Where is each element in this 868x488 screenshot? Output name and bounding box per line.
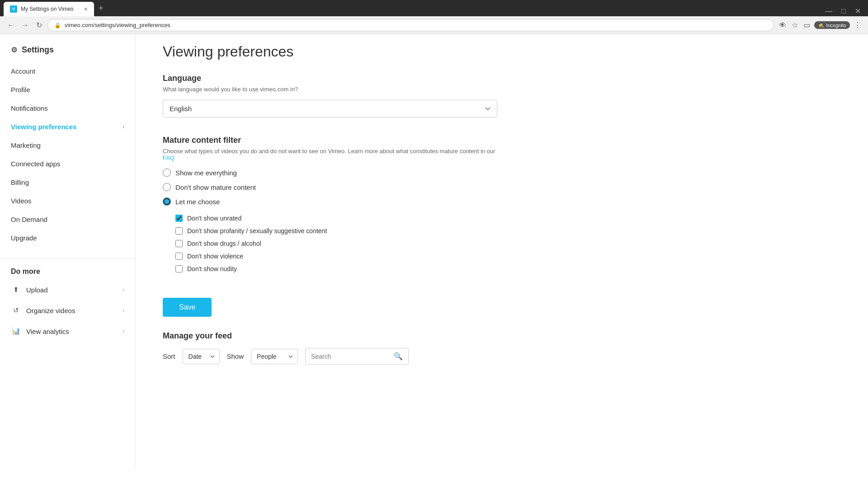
radio-input-none[interactable] xyxy=(163,183,171,191)
sidebar: ⚙ Settings AccountProfileNotificationsVi… xyxy=(0,34,136,469)
chevron-right-icon: › xyxy=(123,328,124,334)
checkbox-input-2[interactable] xyxy=(175,240,183,247)
sidebar-item-label: Marketing xyxy=(11,141,41,149)
active-tab[interactable]: V My Settings on Vimeo × xyxy=(4,2,94,16)
close-tab-button[interactable]: × xyxy=(84,6,88,12)
sidebar-item-label: Viewing preferences xyxy=(11,123,77,131)
sidebar-item-viewing-preferences[interactable]: Viewing preferences› xyxy=(0,117,135,136)
sidebar-item-label: Connected apps xyxy=(11,160,60,168)
feed-search-box[interactable]: 🔍 xyxy=(305,348,409,365)
checkbox-option-0[interactable]: Don't show unrated xyxy=(175,215,841,222)
sidebar-item-label: Videos xyxy=(11,197,32,205)
faq-link[interactable]: FAQ xyxy=(163,155,175,161)
save-button[interactable]: Save xyxy=(163,298,212,317)
mature-content-section: Mature content filter Choose what types … xyxy=(163,136,841,272)
sidebar-item-notifications[interactable]: Notifications xyxy=(0,99,135,117)
radio-option-custom[interactable]: Let me choose xyxy=(163,197,841,206)
sidebar-item-videos[interactable]: Videos xyxy=(0,192,135,210)
radio-option-none[interactable]: Don't show mature content xyxy=(163,183,841,191)
url-field[interactable]: 🔒 vimeo.com/settings/viewing_preferences xyxy=(47,19,774,31)
do-more-item-organize-videos[interactable]: ↺Organize videos› xyxy=(0,300,135,321)
do-more-item-label: Organize videos xyxy=(26,307,75,314)
checkbox-input-4[interactable] xyxy=(175,265,183,272)
mature-desc-text: Choose what types of videos you do and d… xyxy=(163,148,495,155)
url-text: vimeo.com/settings/viewing_preferences xyxy=(65,22,767,28)
tab-title: My Settings on Vimeo xyxy=(21,6,80,12)
window-controls: — □ ✕ xyxy=(821,6,864,16)
language-section: Language What language would you like to… xyxy=(163,74,841,117)
checkbox-input-3[interactable] xyxy=(175,253,183,260)
manage-feed-title: Manage your feed xyxy=(163,331,841,341)
reload-button[interactable]: ↻ xyxy=(34,20,44,30)
sidebar-item-label: Upgrade xyxy=(11,234,37,242)
radio-input-all[interactable] xyxy=(163,169,171,177)
content-area: Viewing preferences Language What langua… xyxy=(136,34,868,469)
forward-button[interactable]: → xyxy=(20,20,31,30)
checkbox-input-0[interactable] xyxy=(175,215,183,222)
sidebar-item-billing[interactable]: Billing xyxy=(0,173,135,192)
mature-title: Mature content filter xyxy=(163,136,841,145)
eye-slash-icon[interactable]: 👁 xyxy=(778,20,788,31)
gear-icon: ⚙ xyxy=(11,46,17,54)
radio-input-custom[interactable] xyxy=(163,197,171,206)
sidebar-item-upgrade[interactable]: Upgrade xyxy=(0,229,135,247)
language-subtitle: What language would you like to use vime… xyxy=(163,86,841,93)
minimize-button[interactable]: — xyxy=(821,6,836,16)
sidebar-item-label: Billing xyxy=(11,178,29,186)
back-button[interactable]: ← xyxy=(5,20,16,30)
sidebar-item-connected-apps[interactable]: Connected apps xyxy=(0,155,135,173)
sidebar-item-label: Notifications xyxy=(11,104,48,112)
checkbox-label: Don't show unrated xyxy=(187,215,241,222)
checkbox-option-4[interactable]: Don't show nudity xyxy=(175,265,841,272)
incognito-badge: 🕵 Incognito xyxy=(814,21,850,29)
analytics-icon: 📊 xyxy=(11,326,21,336)
sidebar-item-label: Profile xyxy=(11,86,30,94)
upload-icon: ⬆ xyxy=(11,285,21,295)
language-title: Language xyxy=(163,74,841,83)
new-tab-button[interactable]: + xyxy=(95,4,107,13)
radio-label: Don't show mature content xyxy=(175,183,256,191)
checkbox-label: Don't show profanity / sexually suggesti… xyxy=(187,227,327,235)
sidebar-header: ⚙ Settings xyxy=(0,42,135,62)
sidebar-title: Settings xyxy=(22,45,54,55)
feed-search-input[interactable] xyxy=(311,353,390,360)
sort-label: Sort xyxy=(163,352,175,360)
checkbox-label: Don't show drugs / alcohol xyxy=(187,240,261,247)
tab-bar: V My Settings on Vimeo × + — □ ✕ xyxy=(0,0,868,16)
do-more-items: ⬆Upload›↺Organize videos›📊View analytics… xyxy=(0,279,135,342)
checkbox-subgroup: Don't show unratedDon't show profanity /… xyxy=(175,215,841,272)
do-more-item-upload[interactable]: ⬆Upload› xyxy=(0,279,135,300)
bookmark-icon[interactable]: ☆ xyxy=(790,19,799,31)
sidebar-item-marketing[interactable]: Marketing xyxy=(0,136,135,155)
show-label: Show xyxy=(227,352,244,360)
incognito-label: Incognito xyxy=(826,23,846,28)
do-more-item-left: ⬆Upload xyxy=(11,285,48,295)
sidebar-item-label: On Demand xyxy=(11,216,47,223)
checkbox-input-1[interactable] xyxy=(175,227,183,235)
radio-label: Let me choose xyxy=(175,198,220,206)
language-select[interactable]: EnglishSpanishFrenchGermanPortugueseItal… xyxy=(163,100,497,117)
lock-icon: 🔒 xyxy=(54,22,61,28)
checkbox-option-1[interactable]: Don't show profanity / sexually suggesti… xyxy=(175,227,841,235)
manage-feed-section: Manage your feed Sort DateLikesViews Sho… xyxy=(163,331,841,365)
do-more-item-view-analytics[interactable]: 📊View analytics› xyxy=(0,321,135,342)
more-options-icon[interactable]: ⋮ xyxy=(853,19,863,31)
close-window-button[interactable]: ✕ xyxy=(851,6,864,16)
radio-option-all[interactable]: Show me everything xyxy=(163,169,841,177)
maximize-button[interactable]: □ xyxy=(838,6,849,16)
sidebar-item-account[interactable]: Account xyxy=(0,62,135,80)
sidebar-icon[interactable]: ▭ xyxy=(802,19,811,31)
checkbox-option-2[interactable]: Don't show drugs / alcohol xyxy=(175,240,841,247)
show-select[interactable]: PeopleChannelsGroupsAll xyxy=(251,349,298,364)
checkbox-option-3[interactable]: Don't show violence xyxy=(175,253,841,260)
sidebar-item-profile[interactable]: Profile xyxy=(0,80,135,99)
search-icon[interactable]: 🔍 xyxy=(394,352,403,361)
main-layout: ⚙ Settings AccountProfileNotificationsVi… xyxy=(0,34,868,469)
chevron-right-icon: › xyxy=(123,124,124,130)
sort-select[interactable]: DateLikesViews xyxy=(183,349,220,364)
sidebar-item-label: Account xyxy=(11,67,35,75)
chevron-right-icon: › xyxy=(123,307,124,314)
toolbar-icons: 👁 ☆ ▭ 🕵 Incognito ⋮ xyxy=(778,19,863,31)
sidebar-item-on-demand[interactable]: On Demand xyxy=(0,210,135,229)
page-title: Viewing preferences xyxy=(163,34,841,74)
